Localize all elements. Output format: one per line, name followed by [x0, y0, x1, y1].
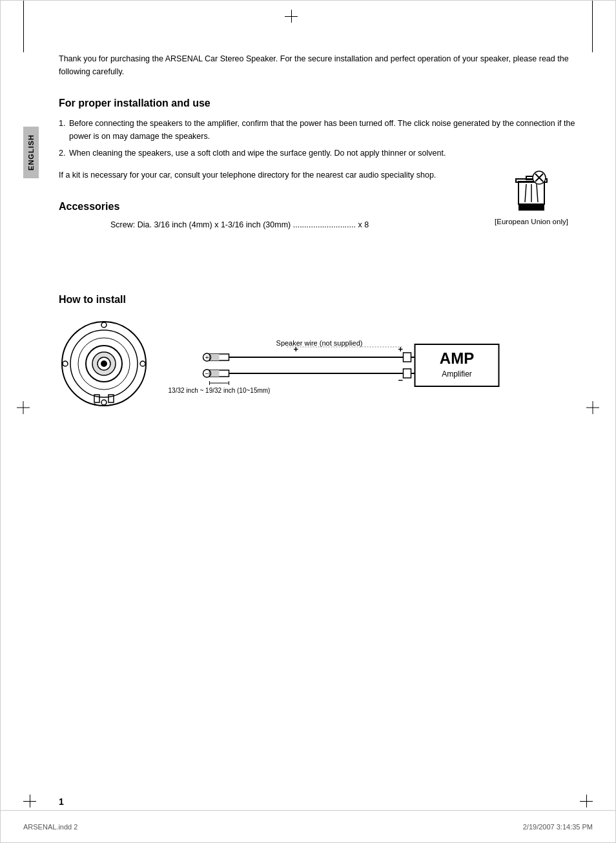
svg-rect-30 — [404, 353, 411, 362]
svg-text:−: − — [205, 370, 209, 377]
svg-point-14 — [140, 361, 145, 366]
eu-caption: [European Union only] — [493, 218, 570, 225]
wire-svg: Speaker wire (not supplied) — [152, 318, 577, 409]
speaker-diagram: + − — [59, 318, 149, 409]
svg-text:+: + — [398, 344, 404, 354]
svg-text:+: + — [205, 354, 209, 361]
waste-bin-icon — [512, 169, 551, 214]
svg-text:Amplifier: Amplifier — [442, 369, 472, 379]
border-line-left — [23, 1, 24, 52]
crosshair-top — [285, 10, 298, 23]
installation-section: For proper installation and use 1. Befor… — [59, 98, 577, 160]
svg-point-12 — [101, 400, 107, 405]
crosshair-mid-right — [586, 401, 599, 414]
list-item: 2. When cleaning the speakers, use a sof… — [59, 147, 577, 160]
eu-symbol-area: [European Union only] — [493, 169, 570, 225]
installation-list: 1. Before connecting the speakers to the… — [59, 117, 577, 160]
svg-line-3 — [525, 184, 526, 202]
list-item-2-text: When cleaning the speakers, use a soft c… — [69, 149, 446, 158]
svg-rect-0 — [518, 204, 544, 211]
svg-rect-34 — [404, 369, 411, 378]
main-content: Thank you for purchasing the ARSENAL Car… — [59, 52, 577, 409]
svg-text:13/32 inch ~ 19/32 inch (10~15: 13/32 inch ~ 19/32 inch (10~15mm) — [169, 387, 271, 394]
footer-timestamp: 2/19/2007 3:14:35 PM — [403, 823, 593, 831]
svg-text:Speaker wire (not supplied): Speaker wire (not supplied) — [276, 339, 363, 347]
svg-text:+: + — [294, 344, 299, 354]
footer: ARSENAL.indd 2 2/19/2007 3:14:35 PM — [1, 810, 615, 842]
intro-text: Thank you for purchasing the ARSENAL Car… — [59, 52, 577, 78]
language-label: ENGLISH — [27, 134, 35, 171]
crosshair-bottom-right — [580, 795, 593, 807]
installation-diagram: + − Speaker wire (not supplied) — [59, 318, 577, 409]
svg-text:−: − — [109, 401, 112, 408]
list-item-1-text: Before connecting the speakers to the am… — [69, 119, 575, 141]
svg-text:AMP: AMP — [440, 349, 474, 367]
wire-connection-diagram: Speaker wire (not supplied) — [152, 318, 577, 409]
page-container: ENGLISH [ — [0, 0, 616, 843]
svg-text:−: − — [398, 375, 404, 385]
crosshair-bottom-left — [23, 795, 36, 807]
svg-point-20 — [101, 360, 107, 367]
crosshair-mid-left — [17, 401, 30, 414]
svg-line-5 — [537, 184, 538, 202]
footer-file-info: ARSENAL.indd 2 — [23, 823, 213, 831]
page-number: 1 — [59, 796, 64, 807]
svg-text:+: + — [93, 401, 96, 408]
installation-title: For proper installation and use — [59, 98, 577, 109]
list-item: 1. Before connecting the speakers to the… — [59, 117, 577, 143]
border-line-right — [592, 1, 593, 52]
how-to-install-title: How to install — [59, 294, 577, 306]
svg-point-13 — [63, 361, 68, 366]
divider-area — [59, 255, 577, 281]
svg-point-11 — [101, 322, 107, 328]
how-to-install-section: How to install — [59, 294, 577, 409]
language-tab: ENGLISH — [23, 127, 39, 178]
